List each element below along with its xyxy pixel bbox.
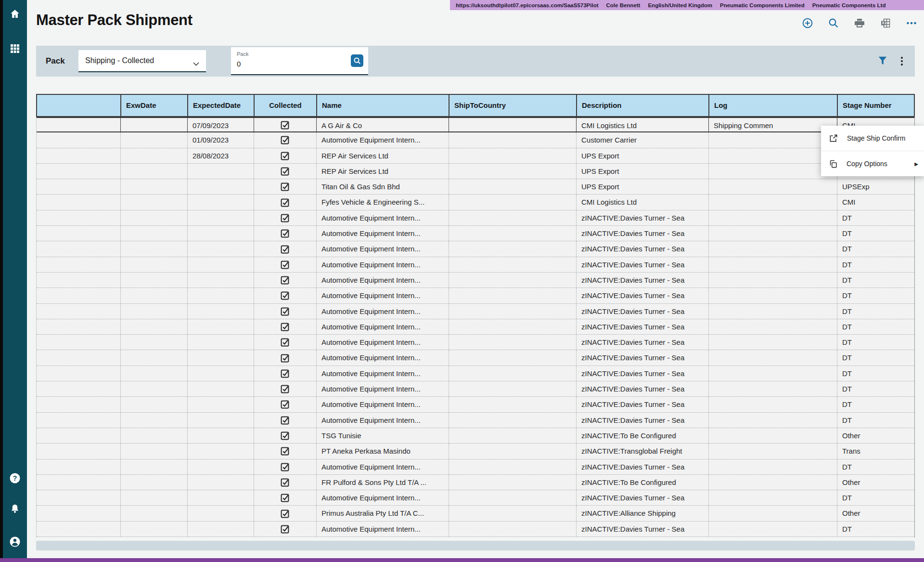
collected-cell[interactable] — [254, 490, 317, 505]
context-menu-item-stage-ship-confirm[interactable]: Stage Ship Confirm — [821, 126, 924, 151]
collected-cell[interactable] — [254, 179, 317, 194]
collected-cell[interactable] — [254, 413, 317, 428]
pack-search-field[interactable]: Pack 0 — [231, 47, 368, 75]
table-row[interactable]: Automotive Equipment Intern... zINACTIVE… — [37, 459, 914, 475]
table-row[interactable]: Automotive Equipment Intern... zINACTIVE… — [37, 319, 914, 335]
row-selector-cell[interactable] — [37, 288, 121, 303]
kebab-menu-icon[interactable] — [898, 55, 905, 67]
row-selector-cell[interactable] — [37, 475, 121, 490]
collected-cell[interactable] — [254, 506, 317, 521]
row-selector-cell[interactable] — [37, 179, 121, 194]
row-selector-cell[interactable] — [37, 257, 121, 272]
row-selector-cell[interactable] — [37, 381, 121, 396]
collected-cell[interactable] — [254, 475, 317, 490]
table-row[interactable]: Automotive Equipment Intern... zINACTIVE… — [37, 522, 914, 537]
table-row[interactable]: Automotive Equipment Intern... zINACTIVE… — [37, 288, 914, 303]
table-row[interactable]: Automotive Equipment Intern... zINACTIVE… — [37, 335, 914, 350]
pack-view-dropdown[interactable]: Shipping - Collected — [78, 50, 206, 72]
table-row[interactable]: FR Pulford & Sons Pty Ltd T/A ... zINACT… — [37, 475, 914, 490]
table-row[interactable]: REP Air Services Ltd UPS Export — [37, 164, 914, 179]
collected-cell[interactable] — [254, 397, 317, 412]
row-selector-cell[interactable] — [37, 164, 121, 179]
collected-cell[interactable] — [254, 350, 317, 365]
column-header-exwdate[interactable]: ExwDate — [121, 95, 188, 116]
collected-cell[interactable] — [254, 288, 317, 303]
search-icon[interactable] — [828, 17, 839, 29]
pack-lookup-icon[interactable] — [351, 54, 363, 67]
overflow-menu-icon[interactable] — [906, 17, 917, 29]
collected-cell[interactable] — [254, 148, 317, 163]
export-grid-icon[interactable]: X — [880, 17, 891, 29]
table-row[interactable]: Automotive Equipment Intern... zINACTIVE… — [37, 397, 914, 412]
row-selector-cell[interactable] — [37, 132, 121, 147]
table-row[interactable]: Automotive Equipment Intern... zINACTIVE… — [37, 226, 914, 241]
table-row[interactable]: Automotive Equipment Intern... zINACTIVE… — [37, 241, 914, 257]
apps-grid-icon[interactable] — [9, 42, 21, 55]
table-row[interactable]: Titan Oil & Gas Sdn Bhd UPS Export UPSEx… — [37, 179, 914, 195]
home-icon[interactable] — [9, 8, 21, 20]
collected-cell[interactable] — [254, 444, 317, 458]
table-row[interactable]: PT Aneka Perkasa Masindo zINACTIVE:Trans… — [37, 444, 914, 459]
row-selector-cell[interactable] — [37, 350, 121, 365]
collected-cell[interactable] — [254, 273, 317, 288]
collected-cell[interactable] — [254, 428, 317, 443]
row-selector-cell[interactable] — [37, 428, 121, 443]
filter-funnel-icon[interactable] — [877, 55, 888, 66]
collected-cell[interactable] — [254, 210, 317, 225]
table-row[interactable]: Automotive Equipment Intern... zINACTIVE… — [37, 273, 914, 288]
account-icon[interactable] — [9, 536, 21, 548]
table-row[interactable]: Automotive Equipment Intern... zINACTIVE… — [37, 413, 914, 428]
collected-cell[interactable] — [254, 195, 317, 209]
table-row[interactable]: 07/09/2023 A G Air & Co CMI Logistics Lt… — [37, 117, 914, 132]
table-row[interactable]: Automotive Equipment Intern... zINACTIVE… — [37, 304, 914, 319]
collected-cell[interactable] — [254, 257, 317, 272]
collected-cell[interactable] — [254, 319, 317, 334]
table-row[interactable]: 01/09/2023 Automotive Equipment Intern..… — [37, 132, 914, 148]
table-row[interactable]: 28/08/2023 REP Air Services Ltd UPS Expo… — [37, 148, 914, 164]
row-selector-cell[interactable] — [37, 319, 121, 334]
row-selector-cell[interactable] — [37, 397, 121, 412]
collected-cell[interactable] — [254, 132, 317, 147]
row-selector-cell[interactable] — [37, 210, 121, 225]
row-selector-cell[interactable] — [37, 195, 121, 209]
row-selector-cell[interactable] — [37, 148, 121, 163]
collected-cell[interactable] — [254, 522, 317, 536]
collected-cell[interactable] — [254, 459, 317, 474]
row-selector-cell[interactable] — [37, 304, 121, 319]
collected-cell[interactable] — [254, 304, 317, 319]
add-circle-icon[interactable] — [802, 17, 813, 29]
row-selector-cell[interactable] — [37, 226, 121, 241]
collected-cell[interactable] — [254, 118, 317, 131]
column-header-selector[interactable] — [37, 95, 121, 116]
row-selector-cell[interactable] — [37, 522, 121, 536]
table-row[interactable]: Automotive Equipment Intern... zINACTIVE… — [37, 490, 914, 506]
row-selector-cell[interactable] — [37, 490, 121, 505]
horizontal-scrollbar[interactable] — [36, 541, 915, 550]
help-icon[interactable]: ? — [9, 472, 21, 484]
table-row[interactable]: Fyfes Vehicle & Engineering S... CMI Log… — [37, 195, 914, 210]
column-header-collected[interactable]: Collected — [255, 95, 317, 116]
column-header-expecteddate[interactable]: ExpectedDate — [188, 95, 255, 116]
collected-cell[interactable] — [254, 335, 317, 350]
column-header-name[interactable]: Name — [317, 95, 449, 116]
context-menu-item-copy-options[interactable]: Copy Options ▶ — [821, 151, 924, 176]
table-row[interactable]: Automotive Equipment Intern... zINACTIVE… — [37, 350, 914, 366]
row-selector-cell[interactable] — [37, 335, 121, 350]
collected-cell[interactable] — [254, 381, 317, 396]
row-selector-cell[interactable] — [37, 444, 121, 458]
row-selector-cell[interactable] — [37, 506, 121, 521]
row-selector-cell[interactable] — [37, 413, 121, 428]
column-header-stagenumber[interactable]: Stage Number — [838, 95, 916, 116]
table-row[interactable]: Automotive Equipment Intern... zINACTIVE… — [37, 381, 914, 397]
row-selector-cell[interactable] — [37, 241, 121, 256]
row-selector-cell[interactable] — [37, 366, 121, 381]
row-selector-cell[interactable] — [37, 118, 121, 131]
row-selector-cell[interactable] — [37, 273, 121, 288]
collected-cell[interactable] — [254, 226, 317, 241]
column-header-shiptocountry[interactable]: ShipToCountry — [449, 95, 577, 116]
table-row[interactable]: Primus Australia Pty Ltd T/A C... zINACT… — [37, 506, 914, 521]
table-row[interactable]: Automotive Equipment Intern... zINACTIVE… — [37, 257, 914, 273]
table-row[interactable]: TSG Tunisie zINACTIVE:To Be Configured O… — [37, 428, 914, 444]
print-icon[interactable] — [854, 17, 865, 29]
column-header-log[interactable]: Log — [709, 95, 838, 116]
